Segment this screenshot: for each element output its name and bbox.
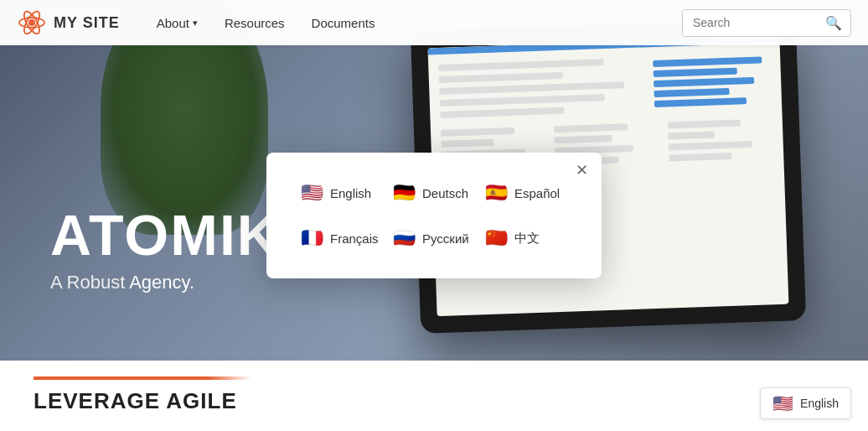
modal-overlay: ✕ 🇺🇸English🇩🇪Deutsch🇪🇸Español🇫🇷Français🇷… xyxy=(0,0,868,431)
language-label-fr: Français xyxy=(330,231,379,246)
language-grid: 🇺🇸English🇩🇪Deutsch🇪🇸Español🇫🇷Français🇷🇺Р… xyxy=(300,178,568,253)
flag-icon-de: 🇩🇪 xyxy=(392,181,416,205)
language-label-es: Español xyxy=(514,186,560,200)
language-option-fr[interactable]: 🇫🇷Français xyxy=(300,223,384,253)
flag-icon-es: 🇪🇸 xyxy=(484,181,508,205)
flag-icon-en: 🇺🇸 xyxy=(300,181,323,205)
flag-icon-fr: 🇫🇷 xyxy=(300,226,323,250)
language-option-ru[interactable]: 🇷🇺Русский xyxy=(392,223,476,253)
language-option-zh[interactable]: 🇨🇳中文 xyxy=(484,223,568,253)
language-option-en[interactable]: 🇺🇸English xyxy=(300,178,384,208)
language-option-es[interactable]: 🇪🇸Español xyxy=(484,178,568,208)
language-modal: ✕ 🇺🇸English🇩🇪Deutsch🇪🇸Español🇫🇷Français🇷… xyxy=(266,153,602,278)
modal-close-button[interactable]: ✕ xyxy=(576,163,588,178)
language-label-en: English xyxy=(330,186,371,200)
language-option-de[interactable]: 🇩🇪Deutsch xyxy=(392,178,476,208)
language-label-zh: 中文 xyxy=(514,231,540,247)
language-label-ru: Русский xyxy=(422,231,469,246)
language-label-de: Deutsch xyxy=(422,186,468,200)
flag-icon-ru: 🇷🇺 xyxy=(392,226,416,250)
flag-icon-zh: 🇨🇳 xyxy=(484,226,508,250)
